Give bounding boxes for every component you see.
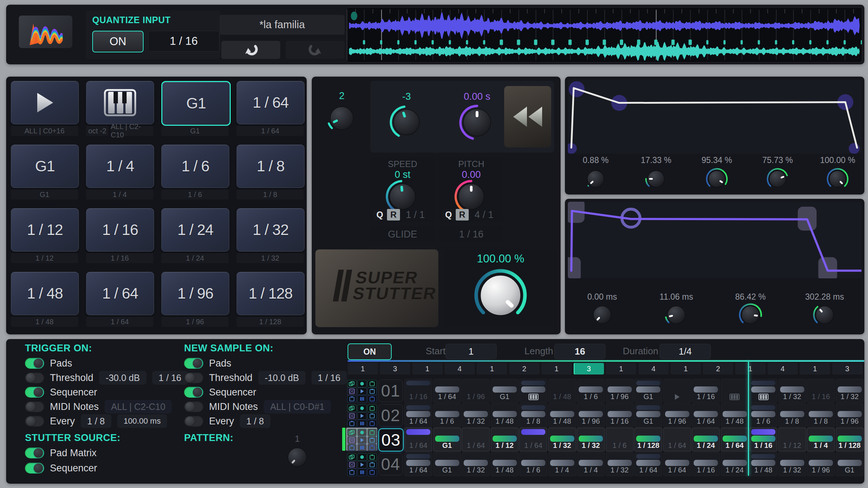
pad-matrix-toggle[interactable]	[25, 448, 44, 458]
sequencer-cell[interactable]: 1 / 16	[692, 452, 720, 476]
sequencer-cell[interactable]: 1 / 6	[577, 379, 605, 403]
midi-notes-toggle[interactable]	[184, 401, 203, 412]
sequencer-cell[interactable]: 1 / 4	[807, 428, 835, 451]
sequencer-cell[interactable]	[663, 379, 691, 403]
pitch-r-button[interactable]: R	[456, 209, 469, 221]
transpose-knob[interactable]	[389, 105, 424, 141]
sequencer-cell[interactable]: G1	[634, 379, 662, 403]
sequencer-cell[interactable]: 1 / 32	[606, 452, 634, 476]
copy-icon[interactable]	[347, 404, 357, 412]
sequencer-cell[interactable]: G1	[491, 379, 519, 403]
sequencer-cell[interactable]: 1 / 32	[548, 428, 576, 451]
pad-G1[interactable]: G1	[161, 81, 231, 126]
step-count-cell[interactable]: 4	[767, 363, 798, 374]
clip-icon[interactable]	[367, 395, 377, 403]
clip-icon[interactable]	[367, 461, 377, 468]
value-field[interactable]: -30.0 dB	[99, 371, 146, 385]
dot-icon[interactable]	[357, 404, 367, 412]
sequencer-toggle[interactable]	[25, 387, 44, 398]
bars-icon[interactable]	[357, 420, 367, 427]
step-count-cell[interactable]: 1	[606, 363, 636, 374]
copy-icon[interactable]	[347, 429, 357, 436]
pads-toggle[interactable]	[25, 358, 44, 369]
sequencer-cell[interactable]: 1 / 64	[692, 403, 720, 427]
dice-icon[interactable]	[347, 388, 357, 395]
value-field[interactable]: ALL | C2-C10	[105, 400, 172, 414]
clip-icon[interactable]	[367, 388, 377, 395]
value-field[interactable]: 100.00 ms	[117, 414, 167, 428]
clip-icon[interactable]	[367, 436, 377, 444]
envelope-display[interactable]	[568, 80, 861, 154]
sequencer-cell[interactable]: 1 / 32	[836, 379, 864, 403]
pad-1/48[interactable]: 1 / 48	[11, 272, 79, 315]
clip-icon[interactable]	[367, 429, 377, 436]
step-count-cell[interactable]: 2	[703, 363, 733, 374]
speed-ratio[interactable]: 1 / 1	[406, 209, 425, 221]
sequencer-cell[interactable]: 1 / 64	[519, 428, 547, 451]
dot-icon[interactable]	[357, 453, 367, 461]
every-toggle[interactable]	[25, 416, 44, 427]
clip-icon[interactable]	[347, 444, 357, 451]
sequencer-cell[interactable]	[749, 379, 777, 403]
dice-icon[interactable]	[347, 436, 357, 444]
env-knob[interactable]	[590, 303, 614, 328]
sequencer-cell[interactable]: G1	[433, 452, 461, 476]
clip-icon[interactable]	[347, 420, 357, 427]
speed-r-button[interactable]: R	[387, 209, 400, 221]
sequencer-cell[interactable]: 1 / 48	[491, 403, 519, 427]
sequencer-cell[interactable]: 1 / 32	[462, 452, 490, 476]
step-count-cell[interactable]: 3	[380, 363, 410, 374]
sequencer-on-button[interactable]: ON	[348, 343, 392, 360]
pad-1/24[interactable]: 1 / 24	[161, 208, 229, 252]
preset-name-field[interactable]: *la familia	[220, 15, 345, 35]
play-icon[interactable]	[357, 412, 367, 420]
mix-knob[interactable]	[473, 268, 528, 324]
sequencer-cell[interactable]: 1 / 8	[519, 403, 547, 427]
sequencer-cell[interactable]: 1 / 16	[807, 379, 835, 403]
sequencer-cell[interactable]: 1 / 128	[634, 428, 662, 451]
sequencer-cell[interactable]: 1 / 128	[836, 428, 864, 451]
sequencer-cell[interactable]: 1 / 24	[721, 452, 749, 476]
env-knob[interactable]	[645, 168, 667, 192]
sequencer-cell[interactable]: 1 / 16	[606, 403, 634, 427]
dot-icon[interactable]	[357, 429, 367, 436]
step-count-cell[interactable]: 1	[671, 363, 701, 374]
clip-icon[interactable]	[367, 420, 377, 427]
sequencer-row-number[interactable]: 01	[378, 380, 403, 402]
sequencer-cell[interactable]: G1	[634, 403, 662, 427]
step-count-cell[interactable]: 1	[412, 363, 443, 374]
bars-icon[interactable]	[357, 395, 367, 403]
sequencer-cell[interactable]: 1 / 32	[778, 452, 806, 476]
sequencer-cell[interactable]: 1 / 64	[634, 452, 662, 476]
repeat-count-knob[interactable]	[326, 103, 357, 135]
start-field[interactable]: 1	[446, 344, 497, 359]
speed-q-button[interactable]: Q	[373, 209, 386, 221]
value-field[interactable]: 1 / 16	[311, 371, 347, 385]
clip-icon[interactable]	[367, 453, 377, 461]
pad-1/4[interactable]: 1 / 4	[86, 145, 154, 188]
sequencer-toggle[interactable]	[25, 463, 44, 474]
env-knob[interactable]	[739, 303, 762, 328]
sequencer-cell[interactable]: 1 / 96	[577, 403, 605, 427]
redo-button[interactable]	[286, 41, 345, 59]
step-count-cell[interactable]: 1	[800, 363, 830, 374]
duration-field[interactable]: 1/4	[660, 344, 711, 359]
sequencer-toggle[interactable]	[184, 387, 203, 398]
value-field[interactable]: ALL | C0-D#1	[264, 400, 331, 414]
waveform-display[interactable]	[346, 7, 862, 63]
reverse-button[interactable]	[504, 86, 551, 147]
pad-1/16[interactable]: 1 / 16	[86, 208, 154, 252]
play-icon[interactable]	[357, 388, 367, 395]
pad-1/128[interactable]: 1 / 128	[237, 272, 305, 315]
sequencer-cell[interactable]: 1 / 64	[404, 403, 432, 427]
sequencer-cell[interactable]: 1 / 4	[548, 452, 576, 476]
clip-icon[interactable]	[347, 468, 357, 476]
envelope-display[interactable]	[568, 202, 861, 278]
env-knob[interactable]	[584, 168, 607, 192]
sequencer-cell[interactable]: 1 / 32	[778, 379, 806, 403]
env-knob[interactable]	[706, 168, 728, 192]
length-field[interactable]: 16	[554, 344, 605, 359]
sequencer-cell[interactable]: 1 / 48	[491, 452, 519, 476]
sequencer-cell[interactable]: 1 / 64	[663, 452, 691, 476]
sequencer-cell[interactable]: 1 / 64	[404, 452, 432, 476]
